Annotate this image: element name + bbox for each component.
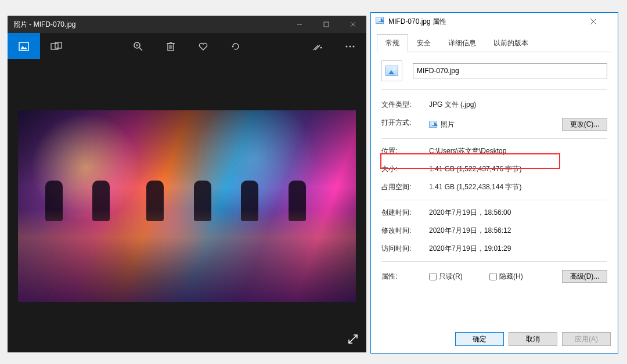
row-filetype: 文件类型: JPG 文件 (.jpg) xyxy=(381,96,607,114)
zoom-button[interactable] xyxy=(122,33,154,59)
svg-point-24 xyxy=(353,45,355,47)
apply-button[interactable]: 应用(A) xyxy=(562,332,611,346)
compare-tab[interactable] xyxy=(40,33,73,59)
fullscreen-button[interactable] xyxy=(348,334,358,344)
svg-marker-21 xyxy=(320,47,322,49)
maximize-button[interactable] xyxy=(313,16,340,33)
close-button[interactable] xyxy=(340,16,366,33)
svg-line-9 xyxy=(139,48,142,51)
filename-input[interactable] xyxy=(413,63,607,78)
photos-window: 照片 - MIFD-070.jpg xyxy=(8,16,366,352)
photo-canvas[interactable] xyxy=(8,59,366,352)
more-button[interactable] xyxy=(334,33,366,59)
photo-image xyxy=(18,110,356,302)
edit-button[interactable] xyxy=(301,33,334,59)
properties-body: 文件类型: JPG 文件 (.jpg) 打开方式: 照片 更改(C)... 位置… xyxy=(371,52,618,326)
properties-titlebar[interactable]: MIFD-070.jpg 属性 xyxy=(371,13,618,30)
trash-icon xyxy=(166,41,175,52)
change-openwith-button[interactable]: 更改(C)... xyxy=(562,118,607,131)
openwith-icon xyxy=(429,121,437,128)
properties-tabs: 常规 安全 详细信息 以前的版本 xyxy=(377,34,612,52)
svg-point-22 xyxy=(346,45,348,47)
properties-footer: 确定 取消 应用(A) xyxy=(371,326,618,353)
row-openwith: 打开方式: 照片 更改(C)... xyxy=(381,114,607,135)
properties-title: MIFD-070.jpg 属性 xyxy=(388,17,590,27)
photos-title: 照片 - MIFD-070.jpg xyxy=(13,20,286,30)
minimize-button[interactable] xyxy=(286,16,313,33)
ok-button[interactable]: 确定 xyxy=(455,332,504,346)
window-controls xyxy=(286,16,366,33)
row-accessed: 访问时间: 2020年7月19日，19:01:29 xyxy=(381,240,607,258)
cancel-button[interactable]: 取消 xyxy=(509,332,557,346)
compare-icon xyxy=(51,42,62,51)
close-icon xyxy=(590,18,597,25)
view-photo-tab[interactable] xyxy=(8,33,40,59)
hidden-checkbox[interactable]: 隐藏(H) xyxy=(489,272,550,282)
image-icon xyxy=(19,42,29,51)
svg-line-25 xyxy=(349,335,357,343)
advanced-button[interactable]: 高级(D)... xyxy=(562,270,607,283)
svg-marker-18 xyxy=(232,46,234,48)
photos-toolbar xyxy=(8,33,366,59)
highlight-size-row xyxy=(380,153,560,169)
rotate-icon xyxy=(230,41,241,52)
tab-previous-versions[interactable]: 以前的版本 xyxy=(485,34,537,52)
expand-icon xyxy=(348,334,358,344)
row-modified: 修改时间: 2020年7月19日，18:56:12 xyxy=(381,222,607,240)
svg-rect-1 xyxy=(324,22,329,27)
tab-details[interactable]: 详细信息 xyxy=(439,34,485,52)
heart-icon xyxy=(198,42,208,51)
delete-button[interactable] xyxy=(154,33,187,59)
properties-dialog: MIFD-070.jpg 属性 常规 安全 详细信息 以前的版本 文件类型: J… xyxy=(370,12,618,354)
rotate-button[interactable] xyxy=(219,33,252,59)
svg-point-23 xyxy=(349,45,351,47)
photos-titlebar[interactable]: 照片 - MIFD-070.jpg xyxy=(8,16,366,33)
zoom-icon xyxy=(133,41,143,52)
edit-icon xyxy=(312,41,323,52)
row-size-on-disk: 占用空间: 1.41 GB (1,522,438,144 字节) xyxy=(381,178,607,196)
more-icon xyxy=(345,45,355,48)
dialog-close-button[interactable] xyxy=(590,18,613,25)
tab-general[interactable]: 常规 xyxy=(377,34,408,52)
readonly-checkbox[interactable]: 只读(R) xyxy=(429,272,489,282)
row-attributes: 属性: 只读(R) 隐藏(H) 高级(D)... xyxy=(381,265,607,287)
svg-marker-5 xyxy=(20,46,27,49)
file-type-icon xyxy=(381,60,402,81)
tab-security[interactable]: 安全 xyxy=(408,34,439,52)
favorite-button[interactable] xyxy=(187,33,219,59)
file-icon xyxy=(376,17,385,26)
row-created: 创建时间: 2020年7月19日，18:56:00 xyxy=(381,204,607,222)
